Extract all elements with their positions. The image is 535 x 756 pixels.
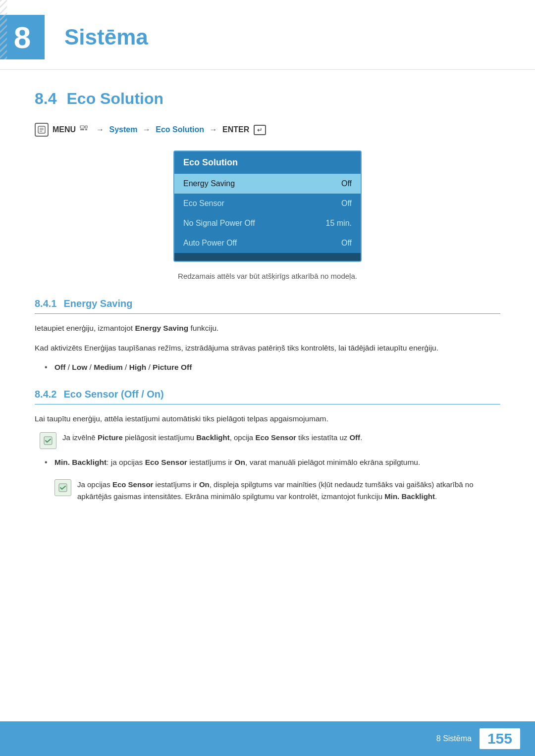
eco-sensor-bold: Eco Sensor xyxy=(255,433,296,442)
energy-saving-options: Off / Low / Medium / High / Picture Off xyxy=(45,361,500,374)
chapter-title: Sistēma xyxy=(54,25,148,50)
low-bold: Low xyxy=(72,363,87,371)
note-block-1: Ja izvēlnē Picture pielāgosit iestatījum… xyxy=(35,432,500,449)
picture-off-bold: Picture Off xyxy=(153,363,192,371)
eco-solution-menu: Eco Solution Energy Saving Off Eco Senso… xyxy=(173,151,362,262)
menu-item-auto-power[interactable]: Auto Power Off Off xyxy=(174,233,361,253)
eco-sensor-bullets: Min. Backlight: ja opcijas Eco Sensor ie… xyxy=(45,456,500,469)
menu-path-text: MENU → System → Eco Solution → ENTER ↵ xyxy=(53,125,266,135)
subsection-841-heading: 8.4.1 Energy Saving xyxy=(35,298,500,314)
note-text-2: Ja opcijas Eco Sensor iestatījums ir On,… xyxy=(77,479,500,503)
para-energy-saving-1: Ietaupiet enerģiju, izmantojot Energy Sa… xyxy=(35,322,500,335)
ui-menu-container: Eco Solution Energy Saving Off Eco Senso… xyxy=(35,151,500,262)
auto-power-value: Off xyxy=(341,239,352,248)
subsection-842-heading: 8.4.2 Eco Sensor (Off / On) xyxy=(35,389,500,404)
enter-icon: ↵ xyxy=(254,125,266,135)
menu-title: Eco Solution xyxy=(174,151,361,174)
energy-saving-label: Energy Saving xyxy=(183,179,235,188)
on-bold-2: On xyxy=(199,480,210,489)
subsection-842-title: Eco Sensor (Off / On) xyxy=(63,389,163,400)
para-eco-sensor-1: Lai taupītu enerģiju, attēla iestatījumi… xyxy=(35,412,500,425)
min-backlight-bullet: Min. Backlight: ja opcijas Eco Sensor ie… xyxy=(45,456,500,469)
min-backlight-bold-2: Min. Backlight xyxy=(384,492,435,501)
eco-sensor-value: Off xyxy=(341,199,352,208)
main-content: 8.4 Eco Solution MENU → Sys xyxy=(0,90,535,503)
subsection-841-number: 8.4.1 xyxy=(35,298,56,309)
footer-page-number: 155 xyxy=(480,728,520,749)
subsection-842-number: 8.4.2 xyxy=(35,389,56,400)
system-label: System xyxy=(109,125,137,134)
eco-sensor-bold-2: Eco Sensor xyxy=(145,458,187,466)
svg-rect-5 xyxy=(80,129,84,130)
image-caption: Redzamais attēls var būt atšķirīgs atkar… xyxy=(35,272,500,280)
path-arrow-1: → xyxy=(96,125,104,134)
menu-item-eco-sensor[interactable]: Eco Sensor Off xyxy=(174,194,361,213)
note-icon-1 xyxy=(40,432,56,449)
medium-bold: Medium xyxy=(94,363,123,371)
enter-label: ENTER xyxy=(222,125,249,134)
auto-power-label: Auto Power Off xyxy=(183,239,237,248)
off-bold: Off xyxy=(54,363,65,371)
energy-saving-value: Off xyxy=(341,179,352,188)
high-bold: High xyxy=(129,363,146,371)
chapter-number: 8 xyxy=(14,20,31,55)
on-bold: On xyxy=(235,458,246,466)
menu-label: MENU xyxy=(53,125,76,134)
path-arrow-2: → xyxy=(143,125,151,134)
note-block-2: Ja opcijas Eco Sensor iestatījums ir On,… xyxy=(50,479,500,503)
section-heading: 8.4 Eco Solution xyxy=(35,90,500,108)
menu-remote-icon xyxy=(35,123,49,137)
note-text-1: Ja izvēlnē Picture pielāgosit iestatījum… xyxy=(62,432,362,444)
para-energy-saving-2: Kad aktivizēts Enerģijas taupīšanas režī… xyxy=(35,342,500,354)
menu-item-no-signal[interactable]: No Signal Power Off 15 min. xyxy=(174,213,361,233)
svg-rect-4 xyxy=(80,126,84,128)
eco-sensor-label: Eco Sensor xyxy=(183,199,224,208)
svg-rect-7 xyxy=(85,129,87,130)
subsection-841-title: Energy Saving xyxy=(63,298,132,309)
subsection-841: 8.4.1 Energy Saving Ietaupiet enerģiju, … xyxy=(35,298,500,374)
svg-rect-6 xyxy=(85,126,87,128)
subsection-842: 8.4.2 Eco Sensor (Off / On) Lai taupītu … xyxy=(35,389,500,503)
picture-bold: Picture xyxy=(98,433,123,442)
page-footer: 8 Sistēma 155 xyxy=(0,721,535,756)
chapter-header: 8 Sistēma xyxy=(0,0,535,70)
note-icon-2 xyxy=(54,479,71,496)
backlight-bold: Backlight xyxy=(196,433,230,442)
off-bold-2: Off xyxy=(349,433,360,442)
menu-spacer xyxy=(174,253,361,261)
menu-path: MENU → System → Eco Solution → ENTER ↵ xyxy=(35,123,500,137)
eco-solution-label: Eco Solution xyxy=(156,125,204,134)
energy-saving-bullet: Off / Low / Medium / High / Picture Off xyxy=(45,361,500,374)
eco-sensor-bold-3: Eco Sensor xyxy=(112,480,154,489)
energy-saving-bold: Energy Saving xyxy=(135,324,188,332)
no-signal-value: 15 min. xyxy=(326,219,352,228)
section-number: 8.4 xyxy=(35,90,56,108)
footer-chapter-label: 8 Sistēma xyxy=(436,734,472,743)
section-title: Eco Solution xyxy=(66,90,163,108)
min-backlight-bold: Min. Backlight xyxy=(54,458,107,466)
menu-item-energy-saving[interactable]: Energy Saving Off xyxy=(174,174,361,194)
no-signal-label: No Signal Power Off xyxy=(183,219,255,228)
path-arrow-3: → xyxy=(210,125,217,134)
